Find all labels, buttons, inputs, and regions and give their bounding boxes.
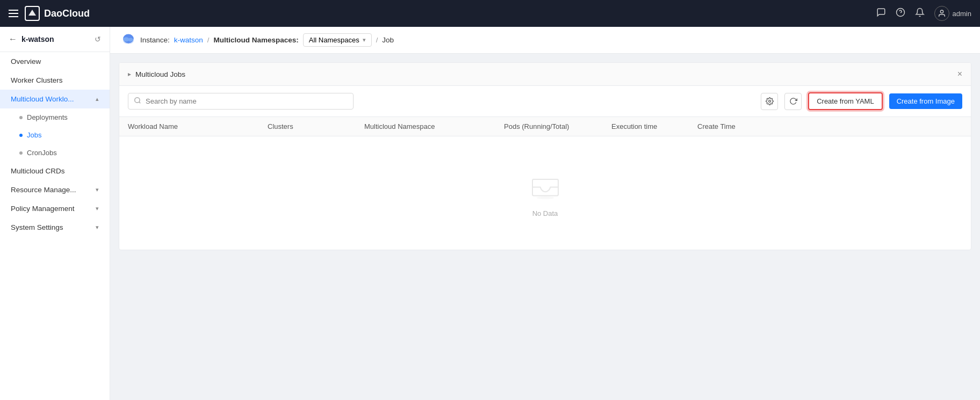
svg-point-13 bbox=[537, 197, 554, 199]
breadcrumb-sep-2: / bbox=[376, 36, 378, 44]
column-workload-name: Workload Name bbox=[128, 122, 268, 130]
toolbar-right: Create from YAML Create from Image bbox=[761, 92, 962, 110]
sidebar-sub-item-jobs-label: Jobs bbox=[27, 131, 41, 139]
chevron-down-settings-icon: ▾ bbox=[96, 224, 99, 231]
topnav-icons: admin bbox=[876, 6, 971, 21]
chevron-down-resource-icon: ▾ bbox=[96, 186, 99, 193]
empty-inbox-icon bbox=[528, 169, 563, 203]
sidebar-item-multicloud-workloads-label: Multicloud Worklo... bbox=[11, 95, 74, 103]
svg-point-11 bbox=[768, 100, 770, 103]
svg-point-3 bbox=[940, 10, 943, 13]
cloud-icon bbox=[121, 31, 136, 49]
sidebar-refresh-icon[interactable]: ↺ bbox=[95, 35, 101, 43]
refresh-icon-button[interactable] bbox=[784, 93, 802, 110]
svg-point-8 bbox=[128, 38, 133, 41]
toolbar: Create from YAML Create from Image bbox=[119, 86, 971, 117]
sidebar-item-worker-clusters-label: Worker Clusters bbox=[11, 76, 63, 84]
namespace-value: All Namespaces bbox=[309, 36, 359, 44]
sidebar-item-worker-clusters[interactable]: Worker Clusters bbox=[0, 71, 110, 90]
sidebar: ← k-watson ↺ Overview Worker Clusters Mu… bbox=[0, 27, 110, 400]
sidebar-back-button[interactable]: ← k-watson bbox=[9, 34, 54, 44]
column-multicloud-namespace: Multicloud Namespace bbox=[364, 122, 504, 130]
svg-point-9 bbox=[135, 98, 140, 103]
svg-marker-0 bbox=[28, 10, 36, 16]
create-yaml-button[interactable]: Create from YAML bbox=[808, 92, 882, 110]
logo: DaoCloud bbox=[25, 6, 90, 21]
breadcrumb-instance-label: Instance: bbox=[140, 36, 170, 44]
logo-box bbox=[25, 6, 40, 21]
column-create-time: Create Time bbox=[697, 122, 783, 130]
sidebar-sub-item-deployments[interactable]: Deployments bbox=[0, 108, 110, 126]
back-arrow-icon: ← bbox=[9, 34, 17, 44]
breadcrumb-multicloud-label: Multicloud Namespaces: bbox=[213, 36, 298, 44]
panel-title: Multicloud Jobs bbox=[135, 70, 185, 78]
sidebar-item-resource-manage-label: Resource Manage... bbox=[11, 186, 76, 194]
breadcrumb-bar: Instance: k-watson / Multicloud Namespac… bbox=[110, 27, 980, 54]
chevron-up-icon: ▴ bbox=[96, 96, 99, 103]
sidebar-item-multicloud-crds[interactable]: Multicloud CRDs bbox=[0, 162, 110, 180]
sidebar-item-overview[interactable]: Overview bbox=[0, 52, 110, 71]
search-input[interactable] bbox=[146, 97, 348, 105]
sidebar-sub-item-cronjobs[interactable]: CronJobs bbox=[0, 144, 110, 162]
sidebar-item-system-settings-label: System Settings bbox=[11, 223, 63, 231]
chevron-down-namespace-icon: ▾ bbox=[363, 37, 366, 43]
breadcrumb-instance-name[interactable]: k-watson bbox=[174, 36, 203, 44]
panel-header: ▸ Multicloud Jobs × bbox=[119, 63, 971, 86]
help-icon[interactable] bbox=[896, 8, 905, 19]
sidebar-item-policy-management[interactable]: Policy Management ▾ bbox=[0, 199, 110, 218]
sidebar-item-overview-label: Overview bbox=[11, 57, 41, 66]
search-icon bbox=[134, 97, 141, 106]
empty-text: No Data bbox=[532, 209, 558, 217]
sidebar-sub-item-jobs[interactable]: Jobs bbox=[0, 126, 110, 144]
svg-line-10 bbox=[139, 102, 141, 104]
hamburger-menu-icon[interactable] bbox=[9, 10, 18, 17]
create-image-button[interactable]: Create from Image bbox=[889, 93, 962, 109]
sidebar-item-resource-manage[interactable]: Resource Manage... ▾ bbox=[0, 180, 110, 199]
main-content: Instance: k-watson / Multicloud Namespac… bbox=[110, 27, 980, 400]
chevron-down-policy-icon: ▾ bbox=[96, 205, 99, 212]
sidebar-item-policy-management-label: Policy Management bbox=[11, 205, 75, 213]
sidebar-instance-name: k-watson bbox=[21, 35, 54, 43]
sidebar-item-multicloud-workloads[interactable]: Multicloud Worklo... ▴ bbox=[0, 90, 110, 108]
panel-close-button[interactable]: × bbox=[957, 69, 962, 79]
notification-icon[interactable] bbox=[915, 8, 925, 19]
sidebar-header: ← k-watson ↺ bbox=[0, 27, 110, 52]
admin-label: admin bbox=[953, 10, 971, 18]
breadcrumb-job-label: Job bbox=[382, 36, 394, 44]
panel-header-left: ▸ Multicloud Jobs bbox=[128, 70, 185, 78]
content-area: ▸ Multicloud Jobs × bbox=[110, 54, 980, 400]
top-navigation: DaoCloud admin bbox=[0, 0, 980, 27]
sidebar-item-multicloud-crds-label: Multicloud CRDs bbox=[11, 167, 65, 175]
chat-icon[interactable] bbox=[876, 8, 886, 19]
cronjobs-dot bbox=[19, 151, 23, 155]
avatar bbox=[934, 6, 949, 21]
breadcrumb-sep-1: / bbox=[207, 36, 210, 44]
logo-text: DaoCloud bbox=[44, 8, 90, 19]
sidebar-item-system-settings[interactable]: System Settings ▾ bbox=[0, 218, 110, 237]
jobs-dot bbox=[19, 134, 23, 137]
column-pods: Pods (Running/Total) bbox=[504, 122, 611, 130]
sidebar-sub-item-deployments-label: Deployments bbox=[27, 113, 68, 121]
sidebar-sub-item-cronjobs-label: CronJobs bbox=[27, 149, 57, 157]
empty-state: No Data bbox=[119, 136, 971, 250]
panel-chevron-icon[interactable]: ▸ bbox=[128, 70, 131, 78]
search-box[interactable] bbox=[128, 93, 354, 110]
main-panel: ▸ Multicloud Jobs × bbox=[119, 62, 971, 250]
namespace-dropdown[interactable]: All Namespaces ▾ bbox=[303, 33, 372, 47]
column-clusters: Clusters bbox=[268, 122, 364, 130]
settings-icon-button[interactable] bbox=[761, 93, 778, 110]
column-execution-time: Execution time bbox=[611, 122, 697, 130]
user-menu[interactable]: admin bbox=[934, 6, 971, 21]
table-header: Workload Name Clusters Multicloud Namesp… bbox=[119, 117, 971, 136]
deployments-dot bbox=[19, 116, 23, 119]
